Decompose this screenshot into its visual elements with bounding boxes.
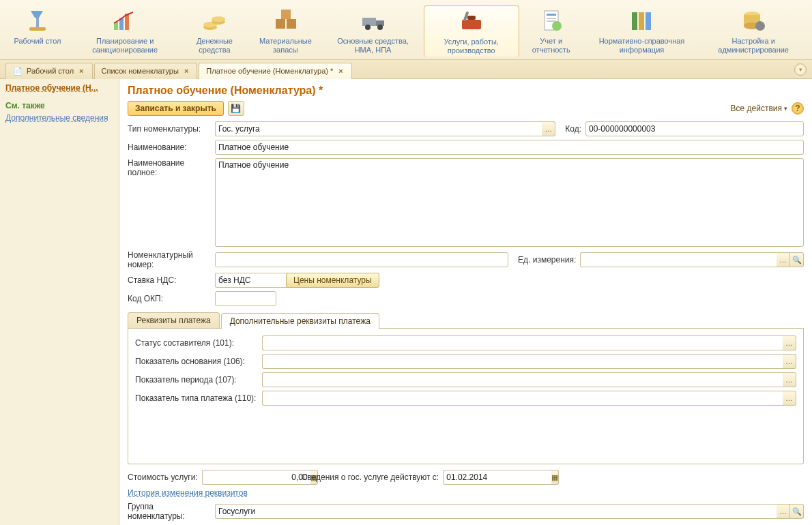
close-icon[interactable]: × [337,67,344,75]
unit-select-button[interactable]: … [777,252,790,267]
page-title: Платное обучение (Номенклатура) * [128,85,804,97]
toolbar-services[interactable]: Услуги, работы, производство [424,5,519,57]
save-button[interactable]: 💾 [228,101,244,116]
tabs-overflow-button[interactable]: ▾ [794,63,807,76]
desk-lamp-icon [21,7,54,34]
chevron-down-icon: ▾ [799,66,802,73]
field-106-input[interactable] [262,354,783,369]
nav-title[interactable]: Платное обучение (Н... [5,83,113,93]
nav-link-additional-info[interactable]: Дополнительные сведения [5,113,113,123]
cost-input[interactable] [202,470,310,485]
type-input[interactable] [215,121,542,136]
type-select-button[interactable]: … [542,121,555,136]
chevron-down-icon: ▾ [784,105,787,112]
svg-point-23 [552,21,562,31]
toolbar-label: Рабочий стол [14,37,61,46]
field-110-select[interactable]: … [783,391,796,406]
svg-rect-9 [276,19,285,29]
window-tabs: 📄 Рабочий стол × Список номенклатуры × П… [0,60,812,79]
tab-nomenclature-list[interactable]: Список номенклатуры × [94,63,198,79]
magnifier-icon: 🔍 [792,507,802,516]
group-select-button[interactable]: … [777,504,790,519]
group-input[interactable] [215,504,777,519]
toolbar-label: Денежные средства [186,37,243,55]
ellipsis-icon: … [785,357,793,365]
tab-label: Платное обучение (Номенклатура) * [206,67,333,75]
label-valid-from: Сведения о гос. услуге действуют с: [302,472,439,482]
okp-input[interactable] [215,291,276,306]
all-actions-button[interactable]: Все действия ▾ [731,104,787,113]
label-106: Показатель основания (106): [135,357,258,366]
toolbar-accounting[interactable]: Учет и отчетность [521,5,582,57]
unit-open-button[interactable]: 🔍 [790,252,804,267]
books-icon [625,7,658,34]
valid-from-calendar[interactable]: ▦ [551,470,559,485]
field-101-input[interactable] [262,335,783,350]
toolbar-assets[interactable]: Основные средства, НМА, НПА [323,5,422,57]
save-and-close-button[interactable]: Записать и закрыть [128,101,224,116]
svg-rect-24 [632,12,637,30]
label-vat: Ставка НДС: [128,275,211,285]
svg-point-14 [365,25,371,30]
toolbar-materials[interactable]: Материальные запасы [249,5,323,57]
tab-additional-requisites[interactable]: Дополнительные реквизиты платежа [221,313,379,329]
history-link[interactable]: История изменения реквизитов [128,488,804,498]
label-group: Группа номенклатуры: [128,502,211,521]
svg-rect-12 [362,18,376,26]
field-101-select[interactable]: … [783,335,796,350]
toolbar-desktop[interactable]: Рабочий стол [7,5,68,57]
tab-payment-requisites[interactable]: Реквизиты платежа [128,312,220,328]
toolbar-label: Учет и отчетность [525,37,578,55]
svg-point-30 [755,21,765,31]
tab-desktop[interactable]: 📄 Рабочий стол × [5,63,93,79]
field-110-input[interactable] [262,391,783,406]
label-unit: Ед. измерения: [518,255,576,265]
nomnumber-input[interactable] [215,252,508,267]
toolbar-planning[interactable]: Планирование и санкционирование [70,5,180,57]
toolbox-icon [455,7,488,35]
toolbar-admin[interactable]: Настройка и администрирование [701,5,805,57]
svg-rect-17 [467,16,476,20]
svg-point-8 [212,16,225,22]
valid-from-input[interactable] [443,470,551,485]
toolbar-money[interactable]: Денежные средства [182,5,247,57]
diskette-icon: 💾 [231,104,241,113]
prices-button[interactable]: Цены номенклатуры [286,273,379,288]
fullname-input[interactable]: Платное обучение [215,158,804,247]
name-input[interactable] [215,140,804,155]
document-icon: 📄 [13,67,23,76]
additional-requisites-panel: Статус составителя (101): … Показатель о… [128,329,804,464]
field-107-select[interactable]: … [783,372,796,387]
tab-paid-education[interactable]: Платное обучение (Номенклатура) * × [199,63,351,79]
report-icon [535,7,568,34]
label-101: Статус составителя (101): [135,338,258,348]
svg-rect-0 [29,27,46,31]
ellipsis-icon: … [785,394,793,402]
boxes-icon [269,7,302,34]
ellipsis-icon: … [785,339,793,347]
field-106-select[interactable]: … [783,354,796,369]
help-button[interactable]: ? [792,102,804,115]
toolbar-label: Настройка и администрирование [706,37,801,55]
label-107: Показатель периода (107): [135,375,258,385]
question-icon: ? [795,104,800,113]
nav-section-see-also: См. также [5,101,113,110]
magnifier-icon: 🔍 [792,256,802,265]
close-icon[interactable]: × [183,67,190,75]
toolbar-label: Нормативно-справочная информация [588,37,697,55]
left-navigator: Платное обучение (Н... См. также Дополни… [0,79,119,525]
svg-rect-16 [462,20,481,29]
label-name: Наименование: [128,142,211,152]
svg-rect-10 [287,19,296,29]
toolbar-reference[interactable]: Нормативно-справочная информация [583,5,701,57]
group-open-button[interactable]: 🔍 [790,504,804,519]
svg-rect-22 [547,20,556,22]
label-okp: Код ОКП: [128,294,211,303]
ellipsis-icon: … [779,507,787,515]
code-input[interactable] [585,121,804,136]
field-107-input[interactable] [262,372,783,387]
close-icon[interactable]: × [78,67,85,75]
unit-input[interactable] [580,252,777,267]
truck-icon [357,7,390,34]
svg-rect-11 [281,10,291,19]
